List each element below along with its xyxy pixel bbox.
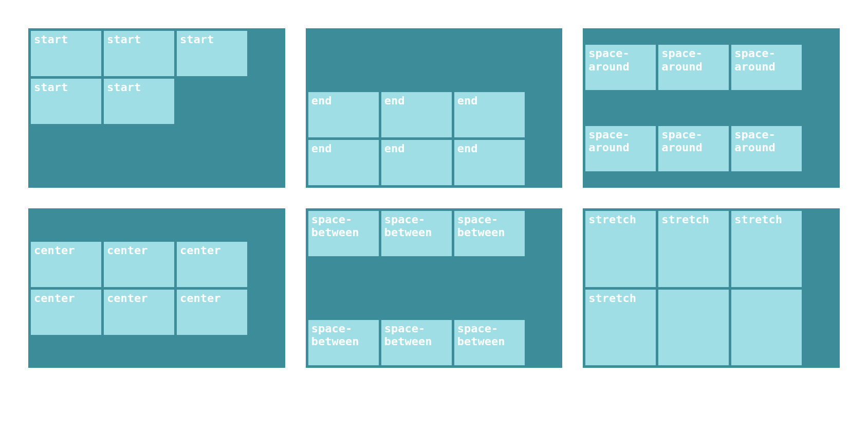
panel-align-end: end end end end end end xyxy=(306,28,563,188)
grid-item: center xyxy=(177,290,247,335)
panel-align-space-around: space-around space-around space-around s… xyxy=(583,28,840,188)
grid-item: start xyxy=(104,79,174,124)
grid-item: space-around xyxy=(658,45,729,90)
grid-item: end xyxy=(381,140,452,185)
grid-item: space-around xyxy=(731,45,802,90)
grid-item: center xyxy=(31,290,101,335)
panel-align-start: start start start start start xyxy=(28,28,285,188)
grid-item: start xyxy=(104,31,174,76)
grid-item xyxy=(658,290,729,366)
grid-item: start xyxy=(177,31,247,76)
grid-item: center xyxy=(104,242,174,287)
grid-item: space-between xyxy=(308,320,379,365)
grid-item: space-between xyxy=(381,320,452,365)
grid-item: center xyxy=(177,242,247,287)
grid-align-content-diagram: start start start start start end end en… xyxy=(28,28,840,368)
grid-item: space-around xyxy=(658,126,729,171)
grid-item: space-between xyxy=(454,320,525,365)
grid-item: space-between xyxy=(381,211,452,256)
grid-item: space-around xyxy=(731,126,802,171)
grid-item: end xyxy=(381,92,452,137)
grid-item: stretch xyxy=(731,211,802,287)
grid-item: space-between xyxy=(308,211,379,256)
panel-align-stretch: stretch stretch stretch stretch xyxy=(583,208,840,368)
grid-item: center xyxy=(104,290,174,335)
grid-item: stretch xyxy=(585,290,656,366)
grid-item: space-between xyxy=(454,211,525,256)
grid-item: space-around xyxy=(585,45,656,90)
grid-item: end xyxy=(308,140,379,185)
grid-item: center xyxy=(31,242,101,287)
grid-item: stretch xyxy=(585,211,656,287)
grid-item: end xyxy=(454,92,525,137)
grid-item: end xyxy=(308,92,379,137)
panel-align-center: center center center center center cente… xyxy=(28,208,285,368)
grid-item xyxy=(731,290,802,366)
grid-item: start xyxy=(31,31,101,76)
grid-item: end xyxy=(454,140,525,185)
panel-align-space-between: space-between space-between space-betwee… xyxy=(306,208,563,368)
grid-item: stretch xyxy=(658,211,729,287)
grid-item: start xyxy=(31,79,101,124)
grid-item: space-around xyxy=(585,126,656,171)
